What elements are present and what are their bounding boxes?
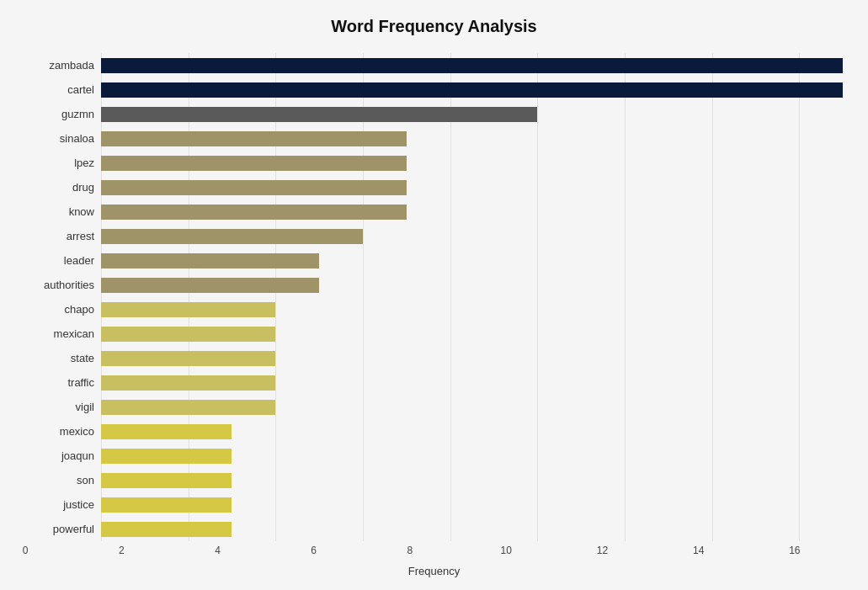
plot-area: [101, 53, 843, 541]
bar: [101, 253, 319, 268]
bars-container: [101, 53, 843, 541]
bar-row: [101, 398, 843, 417]
chart-area: zambadacartelguzmnsinaloalpezdrugknowarr…: [25, 53, 843, 541]
bar-row: [101, 325, 843, 343]
bar: [101, 473, 232, 488]
bar-row: [101, 154, 843, 173]
y-label: justice: [63, 499, 94, 510]
bar-row: [101, 520, 843, 539]
bar-row: [101, 496, 843, 514]
bar: [101, 229, 363, 244]
y-label: sinaloa: [60, 133, 94, 144]
y-label: guzmn: [61, 109, 94, 120]
x-tick: 12: [597, 545, 608, 556]
y-label: zambada: [50, 60, 94, 71]
bar-row: [101, 349, 843, 368]
bar-row: [101, 81, 843, 99]
y-label: mexican: [54, 328, 94, 339]
y-label: cartel: [67, 84, 94, 95]
x-tick: 10: [500, 545, 511, 556]
bar-row: [101, 178, 843, 197]
y-label: authorities: [44, 279, 94, 290]
bar: [101, 327, 275, 342]
bar-row: [101, 300, 843, 319]
y-label: joaqun: [61, 450, 94, 461]
bar: [101, 278, 319, 293]
x-tick: 2: [119, 545, 125, 556]
bar: [101, 375, 275, 391]
bar-row: [101, 447, 843, 465]
bar-row: [101, 471, 843, 490]
y-label: leader: [64, 255, 94, 266]
bar-row: [101, 56, 843, 75]
x-tick: 14: [693, 545, 704, 556]
y-label: chapo: [65, 304, 94, 315]
bar-row: [101, 105, 843, 124]
bar-row: [101, 203, 843, 221]
x-tick: 4: [215, 545, 221, 556]
bar-row: [101, 423, 843, 441]
y-label: son: [77, 475, 94, 486]
bar: [101, 180, 407, 195]
bar: [101, 205, 407, 220]
bar-row: [101, 252, 843, 270]
x-tick: 6: [311, 545, 317, 556]
y-label: arrest: [67, 231, 94, 242]
bar: [101, 58, 843, 73]
chart-title: Word Frequency Analysis: [25, 17, 843, 36]
x-tick: 16: [789, 545, 800, 556]
y-label: mexico: [60, 426, 94, 437]
y-label: drug: [72, 182, 94, 193]
bar-row: [101, 276, 843, 295]
bar: [101, 424, 232, 439]
y-axis-labels: zambadacartelguzmnsinaloalpezdrugknowarr…: [25, 53, 101, 541]
x-tick: 8: [407, 545, 413, 556]
y-label: know: [69, 206, 94, 217]
y-label: vigil: [76, 401, 94, 412]
bar: [101, 400, 275, 415]
y-label: traffic: [67, 377, 94, 388]
bar: [101, 522, 232, 537]
chart-container: Word Frequency Analysis zambadacartelguz…: [0, 0, 868, 590]
bar: [101, 82, 843, 98]
bar: [101, 107, 537, 122]
bar-row: [101, 130, 843, 148]
x-axis-ticks: 0246810121416: [25, 545, 843, 561]
y-label: powerful: [53, 524, 94, 534]
bar: [101, 497, 232, 513]
bar: [101, 351, 275, 366]
x-axis-label: Frequency: [25, 565, 843, 577]
bar: [101, 156, 407, 171]
bar: [101, 449, 232, 464]
y-label: lpez: [74, 157, 94, 168]
x-tick: 0: [23, 545, 29, 556]
bar: [101, 131, 407, 146]
bar: [101, 302, 275, 317]
bar-row: [101, 374, 843, 392]
bar-row: [101, 227, 843, 246]
y-label: state: [71, 353, 94, 364]
